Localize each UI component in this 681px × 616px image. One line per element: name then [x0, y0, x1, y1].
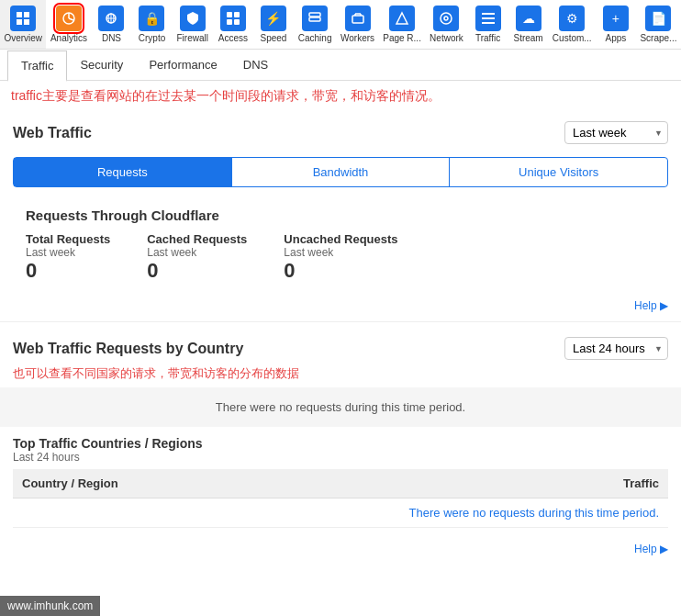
nav-custom[interactable]: ⚙ Custom... — [549, 0, 596, 49]
svg-rect-25 — [482, 13, 495, 15]
nav-analytics[interactable]: Analytics — [46, 0, 91, 49]
traffic-metric-tabs: Requests Bandwidth Unique Visitors — [13, 157, 668, 187]
country-time-dropdown-wrapper[interactable]: Last 24 hours Last week Last month — [564, 337, 668, 360]
svg-rect-18 — [352, 16, 363, 23]
country-info-text: 也可以查看不同国家的请求，带宽和访客的分布的数据 — [0, 364, 681, 387]
svg-rect-26 — [482, 17, 495, 19]
svg-rect-14 — [234, 19, 240, 25]
custom-icon: ⚙ — [559, 6, 585, 31]
svg-marker-22 — [396, 13, 407, 24]
country-header: Web Traffic Requests by Country Last 24 … — [0, 328, 681, 364]
nav-access[interactable]: Access — [213, 0, 253, 49]
tab-performance[interactable]: Performance — [136, 50, 229, 81]
country-time-dropdown[interactable]: Last 24 hours Last week Last month — [564, 337, 668, 360]
apps-icon: + — [603, 6, 629, 31]
traffic-info-text: traffic主要是查看网站的在过去某一个时间段的请求，带宽，和访客的情况。 — [0, 81, 681, 112]
nav-stream[interactable]: ☁ Stream — [508, 0, 549, 49]
table-row: There were no requests during this time … — [13, 498, 668, 528]
network-icon — [433, 6, 459, 31]
svg-rect-2 — [17, 19, 22, 25]
speed-icon: ⚡ — [261, 6, 286, 31]
nav-overview[interactable]: Overview — [0, 0, 46, 49]
nav-traffic[interactable]: Traffic — [468, 0, 508, 49]
time-range-dropdown[interactable]: Last 24 hours Last week Last month Last … — [564, 121, 668, 144]
requests-card-title: Requests Through Cloudflare — [26, 207, 655, 223]
nav-scrape[interactable]: 📄 Scrape... — [636, 0, 681, 49]
scrape-icon: 📄 — [645, 6, 671, 31]
nav-speed[interactable]: ⚡ Speed — [253, 0, 294, 49]
metric-total-requests: Total Requests Last week 0 — [26, 232, 110, 283]
table-body: There were no requests during this time … — [13, 498, 668, 528]
table-header: Country / Region Traffic — [13, 469, 668, 498]
dns-icon — [98, 6, 124, 31]
overview-icon — [10, 6, 36, 31]
help-link-1[interactable]: Help ▶ — [0, 294, 681, 318]
country-section: Web Traffic Requests by Country Last 24 … — [0, 328, 681, 427]
svg-rect-0 — [17, 12, 22, 17]
nav-pager[interactable]: Page R... — [379, 0, 425, 49]
svg-rect-27 — [482, 22, 495, 24]
svg-rect-1 — [24, 12, 29, 17]
top-countries-sub: Last 24 hours — [13, 451, 668, 464]
workers-icon — [345, 6, 371, 31]
tab-traffic[interactable]: Traffic — [7, 50, 67, 82]
top-countries-table: Country / Region Traffic There were no r… — [13, 469, 668, 528]
tab-security[interactable]: Security — [67, 50, 136, 81]
svg-line-6 — [69, 18, 73, 20]
nav-network[interactable]: Network — [425, 0, 467, 49]
nav-workers[interactable]: Workers — [336, 0, 379, 49]
tab-bandwidth[interactable]: Bandwidth — [232, 158, 451, 186]
analytics-icon — [56, 6, 82, 31]
svg-rect-12 — [234, 12, 240, 17]
metric-cached-requests: Cached Requests Last week 0 — [147, 232, 247, 283]
country-section-title: Web Traffic Requests by Country — [13, 341, 243, 357]
nav-firewall[interactable]: Firewall — [172, 0, 212, 49]
svg-point-23 — [441, 13, 452, 24]
crypto-icon: 🔒 — [139, 6, 164, 31]
nav-apps[interactable]: + Apps — [596, 0, 636, 49]
nav-crypto[interactable]: 🔒 Crypto — [131, 0, 172, 49]
svg-rect-11 — [227, 12, 232, 17]
tab-unique-visitors[interactable]: Unique Visitors — [450, 158, 667, 186]
metric-uncached-requests: Uncached Requests Last week 0 — [284, 232, 397, 283]
svg-rect-15 — [309, 13, 320, 17]
svg-rect-16 — [309, 17, 320, 21]
sub-tabs: Traffic Security Performance DNS — [0, 50, 681, 81]
caching-icon — [302, 6, 328, 31]
nav-caching[interactable]: Caching — [294, 0, 336, 49]
top-nav: Overview Analytics DNS 🔒 Crypto Firewall… — [0, 0, 681, 50]
tab-dns[interactable]: DNS — [230, 50, 281, 81]
help-link-2[interactable]: Help ▶ — [0, 537, 681, 561]
requests-card: Requests Through Cloudflare Total Reques… — [13, 196, 668, 294]
svg-point-24 — [444, 17, 448, 20]
svg-rect-3 — [24, 19, 29, 25]
web-traffic-header: Web Traffic Last 24 hours Last week Last… — [0, 112, 681, 148]
svg-rect-13 — [227, 19, 232, 25]
no-requests-message: There were no requests during this time … — [0, 387, 681, 427]
top-countries-title: Top Traffic Countries / Regions — [13, 436, 668, 451]
web-traffic-title: Web Traffic — [13, 125, 92, 141]
tab-requests[interactable]: Requests — [14, 158, 232, 186]
divider-1 — [0, 321, 681, 322]
stream-icon: ☁ — [516, 6, 541, 31]
traffic-icon — [475, 6, 501, 31]
firewall-icon — [180, 6, 206, 31]
pager-icon — [389, 6, 415, 31]
top-countries-section: Top Traffic Countries / Regions Last 24 … — [0, 427, 681, 528]
no-data-cell: There were no requests during this time … — [13, 498, 668, 528]
col-country: Country / Region — [13, 469, 458, 498]
access-icon — [220, 6, 246, 31]
col-traffic: Traffic — [458, 469, 668, 498]
nav-dns[interactable]: DNS — [91, 0, 131, 49]
metrics-row: Total Requests Last week 0 Cached Reques… — [26, 232, 655, 283]
time-range-dropdown-wrapper[interactable]: Last 24 hours Last week Last month Last … — [564, 121, 668, 144]
